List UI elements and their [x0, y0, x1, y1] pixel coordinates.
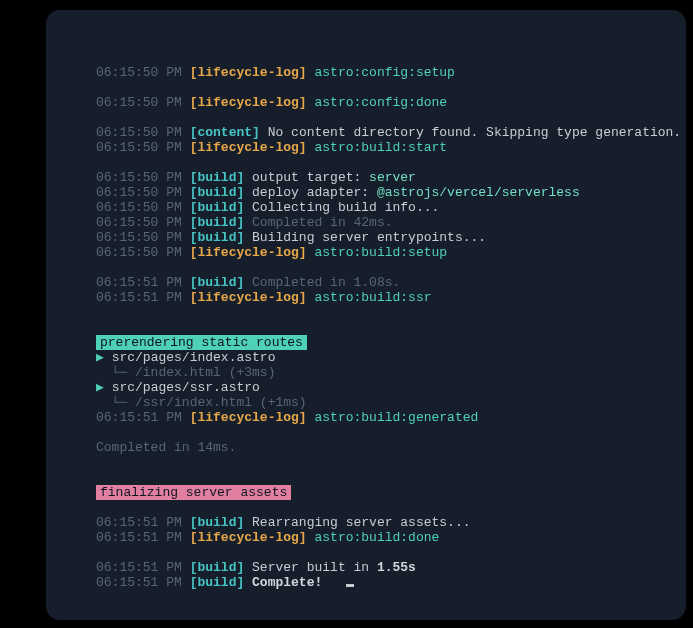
timestamp: 06:15:51 PM — [96, 290, 182, 305]
spacer — [96, 470, 686, 485]
lifecycle-tag: [lifecycle-log] — [190, 65, 307, 80]
log-line: 06:15:50 PM [lifecycle-log] astro:build:… — [96, 245, 686, 260]
log-line: 06:15:50 PM [build] deploy adapter: @ast… — [96, 185, 686, 200]
log-line: 06:15:50 PM [lifecycle-log] astro:config… — [96, 95, 686, 110]
spacer — [96, 500, 686, 515]
log-line: 06:15:50 PM [lifecycle-log] astro:build:… — [96, 140, 686, 155]
timestamp: 06:15:50 PM — [96, 95, 182, 110]
banner-finalize: finalizing server assets — [96, 485, 686, 500]
log-line: 06:15:51 PM [build] Complete! — [96, 575, 686, 590]
timestamp: 06:15:51 PM — [96, 575, 182, 590]
log-value: server — [369, 170, 416, 185]
arrow-icon: ▶ — [96, 380, 104, 395]
spacer — [96, 545, 686, 560]
build-tag: [build] — [190, 230, 245, 245]
complete-message: Complete! — [252, 575, 322, 590]
hook: astro:build:generated — [314, 410, 478, 425]
cursor-icon — [346, 584, 354, 587]
spacer — [96, 425, 686, 440]
build-tag: [build] — [190, 575, 245, 590]
build-tag: [build] — [190, 215, 245, 230]
log-line: 06:15:50 PM [content] No content directo… — [96, 125, 686, 140]
log-message: Completed in 1.08s. — [252, 275, 400, 290]
spacer — [96, 455, 686, 470]
log-message: Server built in — [252, 560, 377, 575]
build-time-total: 1.55s — [377, 560, 416, 575]
log-line: 06:15:51 PM [lifecycle-log] astro:build:… — [96, 410, 686, 425]
build-tag: [build] — [190, 275, 245, 290]
timestamp: 06:15:50 PM — [96, 140, 182, 155]
timestamp: 06:15:51 PM — [96, 410, 182, 425]
timestamp: 06:15:51 PM — [96, 275, 182, 290]
log-message: No content directory found. Skipping typ… — [268, 125, 681, 140]
spacer — [96, 155, 686, 170]
terminal-window[interactable]: 06:15:50 PM [lifecycle-log] astro:config… — [46, 10, 686, 620]
timestamp: 06:15:50 PM — [96, 215, 182, 230]
log-message: output target: — [252, 170, 369, 185]
hook: astro:build:ssr — [314, 290, 431, 305]
tree-row: └─ /ssr/index.html (+1ms) — [96, 395, 686, 410]
timestamp: 06:15:50 PM — [96, 230, 182, 245]
log-message: Building server entrypoints... — [252, 230, 486, 245]
lifecycle-tag: [lifecycle-log] — [190, 95, 307, 110]
lifecycle-tag: [lifecycle-log] — [190, 530, 307, 545]
spacer — [96, 110, 686, 125]
log-message: Rearranging server assets... — [252, 515, 470, 530]
build-tag: [build] — [190, 170, 245, 185]
banner-label: prerendering static routes — [96, 335, 307, 350]
log-line: 06:15:50 PM [build] Collecting build inf… — [96, 200, 686, 215]
log-line: 06:15:50 PM [build] output target: serve… — [96, 170, 686, 185]
hook: astro:build:start — [314, 140, 447, 155]
spacer — [96, 320, 686, 335]
build-tag: [build] — [190, 200, 245, 215]
output-path: /index.html — [127, 365, 228, 380]
build-time: (+1ms) — [260, 395, 307, 410]
timestamp: 06:15:51 PM — [96, 515, 182, 530]
timestamp: 06:15:50 PM — [96, 200, 182, 215]
hook: astro:config:done — [314, 95, 447, 110]
log-line: 06:15:50 PM [build] Completed in 42ms. — [96, 215, 686, 230]
timestamp: 06:15:51 PM — [96, 560, 182, 575]
build-tag: [build] — [190, 515, 245, 530]
log-line: 06:15:51 PM [build] Server built in 1.55… — [96, 560, 686, 575]
log-line: 06:15:51 PM [lifecycle-log] astro:build:… — [96, 290, 686, 305]
hook: astro:build:done — [314, 530, 439, 545]
log-line: 06:15:51 PM [build] Completed in 1.08s. — [96, 275, 686, 290]
timestamp: 06:15:50 PM — [96, 65, 182, 80]
banner-label: finalizing server assets — [96, 485, 291, 500]
timestamp: 06:15:50 PM — [96, 170, 182, 185]
route-path: src/pages/ssr.astro — [112, 380, 260, 395]
timestamp: 06:15:50 PM — [96, 125, 182, 140]
log-line: 06:15:51 PM [build] Rearranging server a… — [96, 515, 686, 530]
tree-row: ▶ src/pages/index.astro — [96, 350, 686, 365]
tree-row: └─ /index.html (+3ms) — [96, 365, 686, 380]
log-line: 06:15:50 PM [build] Building server entr… — [96, 230, 686, 245]
output-path: /ssr/index.html — [127, 395, 260, 410]
timestamp: 06:15:51 PM — [96, 530, 182, 545]
lifecycle-tag: [lifecycle-log] — [190, 245, 307, 260]
tree-row: ▶ src/pages/ssr.astro — [96, 380, 686, 395]
lifecycle-tag: [lifecycle-log] — [190, 140, 307, 155]
arrow-icon: ▶ — [96, 350, 104, 365]
hook: astro:build:setup — [314, 245, 447, 260]
hook: astro:config:setup — [314, 65, 454, 80]
lifecycle-tag: [lifecycle-log] — [190, 410, 307, 425]
tree-branch: └─ — [112, 365, 128, 380]
build-tag: [build] — [190, 185, 245, 200]
spacer — [96, 260, 686, 275]
timestamp: 06:15:50 PM — [96, 245, 182, 260]
log-message: Completed in 14ms. — [96, 440, 236, 455]
lifecycle-tag: [lifecycle-log] — [190, 290, 307, 305]
log-line: 06:15:50 PM [lifecycle-log] astro:config… — [96, 65, 686, 80]
log-message: deploy adapter: — [252, 185, 377, 200]
log-line: 06:15:51 PM [lifecycle-log] astro:build:… — [96, 530, 686, 545]
content-tag: [content] — [190, 125, 260, 140]
tree-branch: └─ — [112, 395, 128, 410]
route-path: src/pages/index.astro — [112, 350, 276, 365]
banner-prerender: prerendering static routes — [96, 335, 686, 350]
build-tag: [build] — [190, 560, 245, 575]
spacer — [96, 80, 686, 95]
log-value: @astrojs/vercel/serverless — [377, 185, 580, 200]
log-line: Completed in 14ms. — [96, 440, 686, 455]
spacer — [96, 305, 686, 320]
